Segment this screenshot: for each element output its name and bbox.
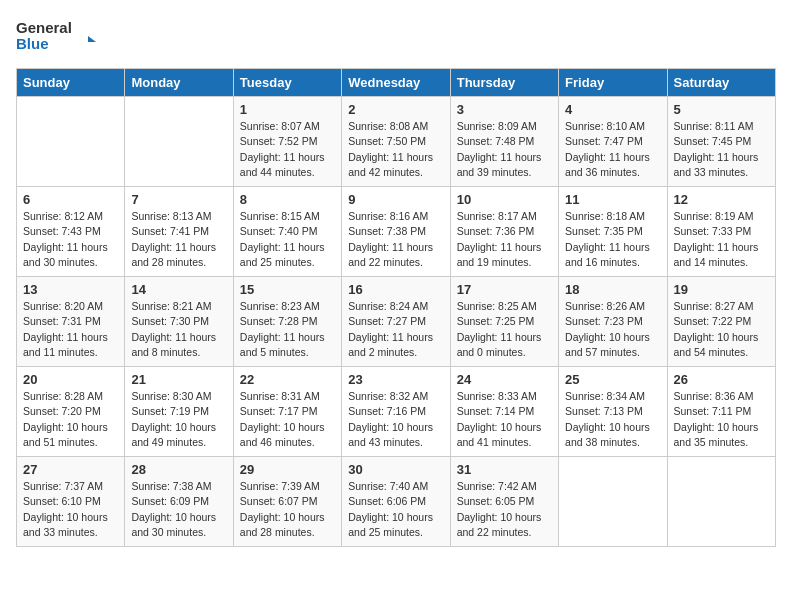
day-info: Sunrise: 7:39 AM Sunset: 6:07 PM Dayligh… xyxy=(240,479,335,540)
calendar-cell xyxy=(125,97,233,187)
day-info: Sunrise: 8:24 AM Sunset: 7:27 PM Dayligh… xyxy=(348,299,443,360)
svg-marker-2 xyxy=(88,36,96,42)
calendar-cell: 14Sunrise: 8:21 AM Sunset: 7:30 PM Dayli… xyxy=(125,277,233,367)
day-info: Sunrise: 8:15 AM Sunset: 7:40 PM Dayligh… xyxy=(240,209,335,270)
logo: General Blue xyxy=(16,16,106,58)
day-info: Sunrise: 8:12 AM Sunset: 7:43 PM Dayligh… xyxy=(23,209,118,270)
day-info: Sunrise: 8:36 AM Sunset: 7:11 PM Dayligh… xyxy=(674,389,769,450)
day-number: 27 xyxy=(23,462,118,477)
day-number: 12 xyxy=(674,192,769,207)
calendar-cell: 5Sunrise: 8:11 AM Sunset: 7:45 PM Daylig… xyxy=(667,97,775,187)
day-info: Sunrise: 7:40 AM Sunset: 6:06 PM Dayligh… xyxy=(348,479,443,540)
calendar-cell: 20Sunrise: 8:28 AM Sunset: 7:20 PM Dayli… xyxy=(17,367,125,457)
day-info: Sunrise: 8:08 AM Sunset: 7:50 PM Dayligh… xyxy=(348,119,443,180)
calendar-cell: 9Sunrise: 8:16 AM Sunset: 7:38 PM Daylig… xyxy=(342,187,450,277)
day-number: 10 xyxy=(457,192,552,207)
col-header-thursday: Thursday xyxy=(450,69,558,97)
page-header: General Blue xyxy=(16,16,776,58)
day-info: Sunrise: 8:32 AM Sunset: 7:16 PM Dayligh… xyxy=(348,389,443,450)
day-number: 29 xyxy=(240,462,335,477)
day-info: Sunrise: 8:19 AM Sunset: 7:33 PM Dayligh… xyxy=(674,209,769,270)
col-header-wednesday: Wednesday xyxy=(342,69,450,97)
day-info: Sunrise: 8:20 AM Sunset: 7:31 PM Dayligh… xyxy=(23,299,118,360)
day-number: 26 xyxy=(674,372,769,387)
day-number: 22 xyxy=(240,372,335,387)
day-number: 19 xyxy=(674,282,769,297)
calendar-cell: 27Sunrise: 7:37 AM Sunset: 6:10 PM Dayli… xyxy=(17,457,125,547)
day-number: 16 xyxy=(348,282,443,297)
calendar-cell: 28Sunrise: 7:38 AM Sunset: 6:09 PM Dayli… xyxy=(125,457,233,547)
day-info: Sunrise: 8:23 AM Sunset: 7:28 PM Dayligh… xyxy=(240,299,335,360)
col-header-saturday: Saturday xyxy=(667,69,775,97)
day-number: 2 xyxy=(348,102,443,117)
day-info: Sunrise: 7:42 AM Sunset: 6:05 PM Dayligh… xyxy=(457,479,552,540)
day-info: Sunrise: 8:30 AM Sunset: 7:19 PM Dayligh… xyxy=(131,389,226,450)
day-number: 25 xyxy=(565,372,660,387)
logo-wordmark: General Blue xyxy=(16,16,106,58)
day-number: 24 xyxy=(457,372,552,387)
day-number: 4 xyxy=(565,102,660,117)
day-info: Sunrise: 8:16 AM Sunset: 7:38 PM Dayligh… xyxy=(348,209,443,270)
day-info: Sunrise: 8:18 AM Sunset: 7:35 PM Dayligh… xyxy=(565,209,660,270)
calendar-cell xyxy=(667,457,775,547)
day-number: 5 xyxy=(674,102,769,117)
day-number: 18 xyxy=(565,282,660,297)
calendar-cell: 22Sunrise: 8:31 AM Sunset: 7:17 PM Dayli… xyxy=(233,367,341,457)
calendar-cell: 11Sunrise: 8:18 AM Sunset: 7:35 PM Dayli… xyxy=(559,187,667,277)
day-info: Sunrise: 8:26 AM Sunset: 7:23 PM Dayligh… xyxy=(565,299,660,360)
calendar-cell: 13Sunrise: 8:20 AM Sunset: 7:31 PM Dayli… xyxy=(17,277,125,367)
day-number: 23 xyxy=(348,372,443,387)
day-info: Sunrise: 7:38 AM Sunset: 6:09 PM Dayligh… xyxy=(131,479,226,540)
day-number: 6 xyxy=(23,192,118,207)
calendar-cell: 12Sunrise: 8:19 AM Sunset: 7:33 PM Dayli… xyxy=(667,187,775,277)
calendar-cell: 17Sunrise: 8:25 AM Sunset: 7:25 PM Dayli… xyxy=(450,277,558,367)
calendar-cell: 1Sunrise: 8:07 AM Sunset: 7:52 PM Daylig… xyxy=(233,97,341,187)
day-number: 9 xyxy=(348,192,443,207)
calendar-cell: 30Sunrise: 7:40 AM Sunset: 6:06 PM Dayli… xyxy=(342,457,450,547)
day-number: 20 xyxy=(23,372,118,387)
calendar-cell: 10Sunrise: 8:17 AM Sunset: 7:36 PM Dayli… xyxy=(450,187,558,277)
day-info: Sunrise: 8:17 AM Sunset: 7:36 PM Dayligh… xyxy=(457,209,552,270)
day-number: 1 xyxy=(240,102,335,117)
col-header-friday: Friday xyxy=(559,69,667,97)
calendar-table: SundayMondayTuesdayWednesdayThursdayFrid… xyxy=(16,68,776,547)
calendar-cell xyxy=(559,457,667,547)
day-info: Sunrise: 8:07 AM Sunset: 7:52 PM Dayligh… xyxy=(240,119,335,180)
calendar-cell xyxy=(17,97,125,187)
calendar-cell: 16Sunrise: 8:24 AM Sunset: 7:27 PM Dayli… xyxy=(342,277,450,367)
day-number: 11 xyxy=(565,192,660,207)
calendar-cell: 6Sunrise: 8:12 AM Sunset: 7:43 PM Daylig… xyxy=(17,187,125,277)
calendar-cell: 24Sunrise: 8:33 AM Sunset: 7:14 PM Dayli… xyxy=(450,367,558,457)
svg-text:General: General xyxy=(16,19,72,36)
day-info: Sunrise: 8:09 AM Sunset: 7:48 PM Dayligh… xyxy=(457,119,552,180)
col-header-tuesday: Tuesday xyxy=(233,69,341,97)
day-number: 13 xyxy=(23,282,118,297)
calendar-cell: 19Sunrise: 8:27 AM Sunset: 7:22 PM Dayli… xyxy=(667,277,775,367)
day-number: 14 xyxy=(131,282,226,297)
day-number: 15 xyxy=(240,282,335,297)
day-info: Sunrise: 8:31 AM Sunset: 7:17 PM Dayligh… xyxy=(240,389,335,450)
day-info: Sunrise: 8:10 AM Sunset: 7:47 PM Dayligh… xyxy=(565,119,660,180)
day-number: 21 xyxy=(131,372,226,387)
calendar-cell: 18Sunrise: 8:26 AM Sunset: 7:23 PM Dayli… xyxy=(559,277,667,367)
calendar-cell: 23Sunrise: 8:32 AM Sunset: 7:16 PM Dayli… xyxy=(342,367,450,457)
day-info: Sunrise: 8:25 AM Sunset: 7:25 PM Dayligh… xyxy=(457,299,552,360)
day-info: Sunrise: 8:11 AM Sunset: 7:45 PM Dayligh… xyxy=(674,119,769,180)
day-info: Sunrise: 8:34 AM Sunset: 7:13 PM Dayligh… xyxy=(565,389,660,450)
col-header-sunday: Sunday xyxy=(17,69,125,97)
day-number: 28 xyxy=(131,462,226,477)
col-header-monday: Monday xyxy=(125,69,233,97)
calendar-cell: 7Sunrise: 8:13 AM Sunset: 7:41 PM Daylig… xyxy=(125,187,233,277)
day-number: 7 xyxy=(131,192,226,207)
day-info: Sunrise: 8:27 AM Sunset: 7:22 PM Dayligh… xyxy=(674,299,769,360)
calendar-cell: 4Sunrise: 8:10 AM Sunset: 7:47 PM Daylig… xyxy=(559,97,667,187)
day-number: 8 xyxy=(240,192,335,207)
calendar-cell: 2Sunrise: 8:08 AM Sunset: 7:50 PM Daylig… xyxy=(342,97,450,187)
calendar-cell: 29Sunrise: 7:39 AM Sunset: 6:07 PM Dayli… xyxy=(233,457,341,547)
day-info: Sunrise: 8:33 AM Sunset: 7:14 PM Dayligh… xyxy=(457,389,552,450)
day-number: 17 xyxy=(457,282,552,297)
logo-svg: General Blue xyxy=(16,16,106,54)
calendar-cell: 3Sunrise: 8:09 AM Sunset: 7:48 PM Daylig… xyxy=(450,97,558,187)
calendar-cell: 26Sunrise: 8:36 AM Sunset: 7:11 PM Dayli… xyxy=(667,367,775,457)
day-info: Sunrise: 7:37 AM Sunset: 6:10 PM Dayligh… xyxy=(23,479,118,540)
